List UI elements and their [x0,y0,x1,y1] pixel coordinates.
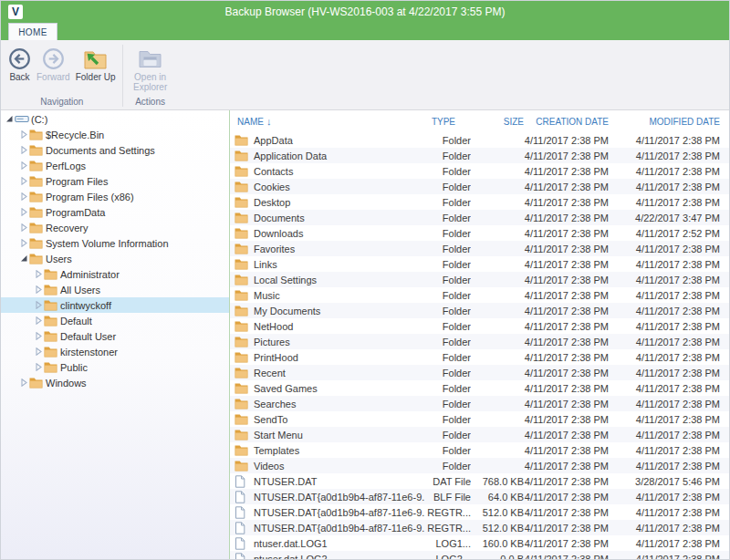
file-row-desktop[interactable]: DesktopFolder4/11/2017 2:38 PM4/11/2017 … [230,194,729,210]
file-row-application-data[interactable]: Application DataFolder4/11/2017 2:38 PM4… [230,148,729,163]
file-name: Music [254,290,280,301]
tree-item-default[interactable]: Default [1,313,229,328]
chevron-collapsed-icon[interactable] [33,301,44,309]
file-row-downloads[interactable]: DownloadsFolder4/11/2017 2:38 PM4/11/201… [230,225,729,241]
file-row-ntuser-dat[interactable]: NTUSER.DATDAT File768.0 KB4/11/2017 2:38… [230,473,729,489]
tree-item-recycle-bin[interactable]: $Recycle.Bin [1,127,229,142]
file-row-music[interactable]: MusicFolder4/11/2017 2:38 PM4/11/2017 2:… [230,287,729,303]
column-header-creation-date[interactable]: CREATION DATE [524,117,609,127]
chevron-collapsed-icon[interactable] [33,285,44,294]
chevron-collapsed-icon[interactable] [18,177,29,185]
file-row-saved-games[interactable]: Saved GamesFolder4/11/2017 2:38 PM4/11/2… [230,380,729,396]
ribbon-group-separator [122,45,123,107]
tree-item-program-files-x86[interactable]: Program Files (x86) [1,189,229,204]
tree-item-c[interactable]: (C:) [1,111,229,127]
file-row-nethood[interactable]: NetHoodFolder4/11/2017 2:38 PM4/11/2017 … [230,318,729,334]
chevron-expanded-icon[interactable] [4,115,15,123]
folder-icon [29,206,45,218]
file-row-ntuser-dat-log1[interactable]: ntuser.dat.LOG1LOG1...160.0 KB4/11/2017 … [230,535,729,551]
file-size: 64.0 KB [471,492,524,503]
file-row-searches[interactable]: SearchesFolder4/11/2017 2:38 PM4/11/2017… [230,396,729,411]
tree-item-administrator[interactable]: Administrator [1,266,229,282]
chevron-expanded-icon[interactable] [18,254,29,263]
folder-icon [29,191,45,202]
file-row-printhood[interactable]: PrintHoodFolder4/11/2017 2:38 PM4/11/201… [230,349,729,365]
file-name-cell: Music [230,289,424,301]
chevron-collapsed-icon[interactable] [33,270,44,278]
chevron-collapsed-icon[interactable] [33,363,44,371]
ribbon-group-actions: Open in Explorer Actions [124,43,177,109]
chevron-collapsed-icon[interactable] [18,239,29,247]
file-row-links[interactable]: LinksFolder4/11/2017 2:38 PM4/11/2017 2:… [230,256,729,272]
file-row-ntuser-dat-a0d1b9b4-af87-11e6-9[interactable]: NTUSER.DAT{a0d1b9b4-af87-11e6-9...REGTR.… [230,504,729,520]
file-row-start-menu[interactable]: Start MenuFolder4/11/2017 2:38 PM4/11/20… [230,427,729,442]
file-name: Links [254,259,277,270]
chevron-collapsed-icon[interactable] [33,332,44,340]
chevron-collapsed-icon[interactable] [18,146,29,154]
tree-item-clintwyckoff[interactable]: clintwyckoff [1,297,229,313]
tree-item-windows[interactable]: Windows [1,375,229,390]
tree-item-documents-and-settings[interactable]: Documents and Settings [1,142,229,158]
column-header-size[interactable]: SIZE [471,117,524,127]
chevron-collapsed-icon[interactable] [18,208,29,216]
file-row-ntuser-dat-log2[interactable]: ntuser.dat.LOG2LOG2...0.0 B4/11/2017 2:3… [230,551,729,560]
file-row-appdata[interactable]: AppDataFolder4/11/2017 2:38 PM4/11/2017 … [230,132,729,148]
tree-item-public[interactable]: Public [1,359,229,375]
file-created: 4/11/2017 2:38 PM [524,430,609,441]
tree-item-system-volume-information[interactable]: System Volume Information [1,235,229,251]
chevron-collapsed-icon[interactable] [18,130,29,139]
tree-item-perflogs[interactable]: PerfLogs [1,158,229,173]
file-row-documents[interactable]: DocumentsFolder4/11/2017 2:38 PM4/22/201… [230,210,729,225]
column-header-modified-date[interactable]: MODIFIED DATE [609,117,720,127]
tree-item-program-files[interactable]: Program Files [1,173,229,189]
folder-icon [235,258,249,270]
folder-icon [235,289,249,301]
folder-up-button[interactable]: Folder Up [73,44,119,83]
tree-item-all-users[interactable]: All Users [1,282,229,297]
tree-item-label: $Recycle.Bin [45,130,104,140]
back-button[interactable]: Back [5,44,34,83]
tree-item-default-user[interactable]: Default User [1,328,229,344]
chevron-collapsed-icon[interactable] [18,223,29,232]
file-type: Folder [424,135,471,146]
file-row-sendto[interactable]: SendToFolder4/11/2017 2:38 PM4/11/2017 2… [230,411,729,427]
chevron-collapsed-icon[interactable] [18,161,29,170]
tree-item-label: PerfLogs [45,161,86,171]
tree-item-recovery[interactable]: Recovery [1,220,229,235]
tree-item-users[interactable]: Users [1,251,229,266]
file-row-templates[interactable]: TemplatesFolder4/11/2017 2:38 PM4/11/201… [230,442,729,458]
tree-item-programdata[interactable]: ProgramData [1,204,229,220]
tree-item-kirstenstoner[interactable]: kirstenstoner [1,344,229,359]
folder-icon [235,305,249,316]
file-row-videos[interactable]: VideosFolder4/11/2017 2:38 PM4/11/2017 2… [230,458,729,473]
file-row-ntuser-dat-a0d1b9b4-af87-11e6-9[interactable]: NTUSER.DAT{a0d1b9b4-af87-11e6-9...REGTR.… [230,520,729,535]
file-name: Local Settings [254,275,317,285]
file-created: 4/11/2017 2:38 PM [524,492,609,503]
file-name-cell: NTUSER.DAT{a0d1b9b4-af87-11e6-9... [230,506,424,519]
file-name-cell: Favorites [230,243,424,254]
folder-icon [235,165,249,177]
chevron-collapsed-icon[interactable] [33,347,44,356]
column-header-type[interactable]: TYPE [424,117,471,127]
chevron-collapsed-icon[interactable] [18,192,29,201]
file-type: REGTR... [424,507,471,518]
chevron-collapsed-icon[interactable] [33,316,44,325]
file-row-cookies[interactable]: CookiesFolder4/11/2017 2:38 PM4/11/2017 … [230,179,729,194]
file-row-contacts[interactable]: ContactsFolder4/11/2017 2:38 PM4/11/2017… [230,163,729,179]
file-row-my-documents[interactable]: My DocumentsFolder4/11/2017 2:38 PM4/11/… [230,303,729,318]
file-type: Folder [424,166,471,177]
file-row-ntuser-dat-a0d1b9b4-af87-11e6-9[interactable]: NTUSER.DAT{a0d1b9b4-af87-11e6-9...BLF Fi… [230,489,729,504]
file-modified: 4/11/2017 2:38 PM [609,554,720,560]
file-row-favorites[interactable]: FavoritesFolder4/11/2017 2:38 PM4/11/201… [230,241,729,256]
file-modified: 4/11/2017 2:52 PM [609,228,720,239]
folder-icon [235,398,249,410]
column-header-name[interactable]: NAME↓ [230,116,424,127]
file-size: 512.0 KB [471,523,524,534]
file-row-recent[interactable]: RecentFolder4/11/2017 2:38 PM4/11/2017 2… [230,365,729,380]
file-modified: 4/11/2017 2:38 PM [609,306,720,316]
file-row-pictures[interactable]: PicturesFolder4/11/2017 2:38 PM4/11/2017… [230,334,729,349]
file-row-local-settings[interactable]: Local SettingsFolder4/11/2017 2:38 PM4/1… [230,272,729,287]
tab-home[interactable]: HOME [8,23,57,40]
explorer-folder-icon [138,45,162,72]
chevron-collapsed-icon[interactable] [18,379,29,387]
